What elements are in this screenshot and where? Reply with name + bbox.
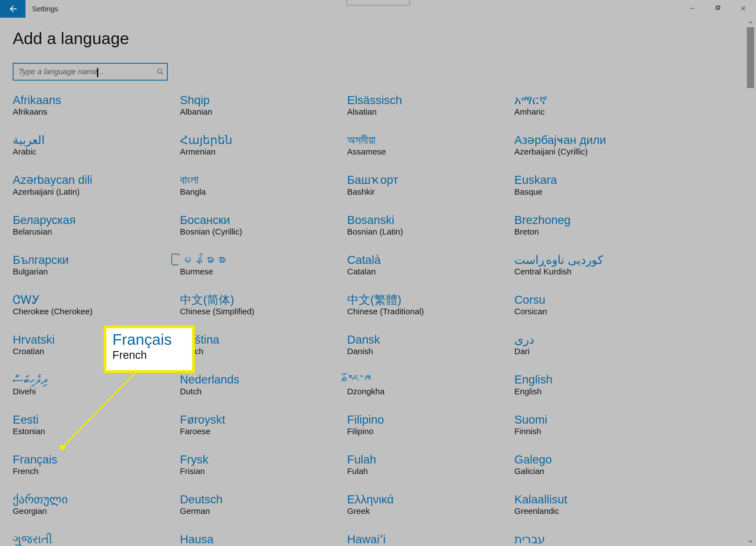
minimize-button[interactable] [680,0,705,17]
language-native-name: ދިވެހިބަސް [13,373,179,386]
language-english-name: English [514,387,680,396]
language-native-name: Hawaiʻi [347,533,513,546]
language-native-name: Français [13,453,179,466]
language-native-name: Shqip [180,94,346,107]
language-english-name: Cherokee (Cherokee) [13,307,179,316]
language-item[interactable]: EestiEstonian [13,413,179,436]
language-english-name: Danish [347,347,513,356]
language-item[interactable]: རྫོང་ཁDzongkha [347,373,513,396]
language-native-name: Elsässisch [347,94,513,107]
scroll-up-button[interactable] [746,18,755,27]
language-item[interactable]: ދިވެހިބަސްDivehi [13,373,179,396]
language-item[interactable]: CatalàCatalan [347,254,513,276]
language-item[interactable]: БашҡортBashkir [347,174,513,196]
language-item[interactable]: Азәрбајҹан дилиAzerbaijani (Cyrillic) [514,134,680,156]
language-search-input[interactable] [13,63,168,81]
language-item[interactable]: 中文(繁體)Chinese (Traditional) [347,293,513,316]
language-english-name: Frisian [180,467,346,476]
close-button[interactable] [731,0,756,17]
language-item[interactable]: ČeštinaCzech [180,333,346,356]
language-item[interactable]: עבריתHebrew [514,533,680,546]
language-item[interactable]: FøroysktFaroese [180,413,346,436]
language-item[interactable]: FrançaisFrench [13,453,179,476]
page-title: Add a language [13,29,743,48]
language-item[interactable]: ElsässischAlsatian [347,94,513,117]
language-item[interactable]: HausaHausa (Latin) [180,533,346,546]
language-native-name: Fulah [347,453,513,466]
language-item[interactable]: অসমীয়াAssamese [347,134,513,156]
language-item[interactable]: DeutschGerman [180,493,346,516]
language-item[interactable]: FulahFulah [347,453,513,476]
language-english-name: Estonian [13,427,179,436]
language-english-name: Corsican [514,307,680,316]
language-item[interactable]: বাংলাBangla [180,174,346,196]
language-native-name: Galego [514,453,680,466]
language-native-name: မြန်မာစာ [180,254,346,266]
chevron-up-icon [749,20,752,24]
scrollbar-thumb[interactable] [747,27,754,88]
language-native-name: অসমীয়া [347,134,513,146]
language-item[interactable]: EuskaraBasque [514,174,680,196]
language-item[interactable]: BosanskiBosnian (Latin) [347,214,513,236]
language-english-name: Finnish [514,427,680,436]
maximize-button[interactable] [705,0,731,17]
language-english-name: Catalan [347,267,513,276]
back-button[interactable] [0,0,25,18]
language-item[interactable]: AfrikaansAfrikaans [13,94,179,117]
language-native-name: Eesti [13,413,179,426]
language-item[interactable]: 中文(简体)Chinese (Simplified) [180,293,346,316]
language-item[interactable]: العربيةArabic [13,134,179,156]
language-item[interactable]: Azərbaycan diliAzerbaijani (Latin) [13,174,179,196]
language-item[interactable]: ქართულიGeorgian [13,493,179,516]
language-english-name: Burmese [180,267,346,276]
language-native-name: Босански [180,214,346,226]
language-item[interactable]: ᏣᎳᎩCherokee (Cherokee) [13,293,179,316]
language-native-name: རྫོང་ཁ [347,373,513,386]
language-item[interactable]: HawaiʻiHawaiian [347,533,513,546]
language-item[interactable]: FilipinoFilipino [347,413,513,436]
language-item[interactable]: БеларускаяBelarusian [13,214,179,236]
vertical-scrollbar[interactable] [746,18,755,546]
language-item[interactable]: БосанскиBosnian (Cyrillic) [180,214,346,236]
language-item[interactable]: ՀայերենArmenian [180,134,346,156]
callout-highlight: Français French [104,325,195,373]
language-native-name: العربية [13,134,179,146]
language-english-name: Albanian [180,107,346,117]
language-native-name: Català [347,254,513,266]
language-native-name: Corsu [514,293,680,306]
language-item[interactable]: CorsuCorsican [514,293,680,316]
language-item[interactable]: BrezhonegBreton [514,214,680,236]
language-item[interactable]: አማርኛAmharic [514,94,680,117]
scroll-down-button[interactable] [746,537,755,546]
language-item[interactable]: درىDari [514,333,680,356]
language-native-name: درى [514,333,680,346]
language-native-name: 中文(简体) [180,293,346,306]
language-item[interactable]: ShqipAlbanian [180,94,346,117]
language-item[interactable]: GalegoGalician [514,453,680,476]
language-item[interactable]: KalaallisutGreenlandic [514,493,680,516]
language-item[interactable]: DanskDanish [347,333,513,356]
language-english-name: Assamese [347,147,513,156]
language-native-name: বাংলা [180,174,346,186]
language-item[interactable]: FryskFrisian [180,453,346,476]
language-native-name: Bosanski [347,214,513,226]
language-english-name: Central Kurdish [514,267,680,276]
language-item[interactable]: NederlandsDutch [180,373,346,396]
language-item[interactable]: EnglishEnglish [514,373,680,396]
language-english-name: Dari [514,347,680,356]
language-item[interactable]: БългарскиBulgarian [13,254,179,276]
language-item[interactable]: SuomiFinnish [514,413,680,436]
language-native-name: Čeština [180,333,346,346]
language-native-name: Deutsch [180,493,346,506]
language-item[interactable]: ΕλληνικάGreek [347,493,513,516]
search-icon [157,68,164,75]
language-item[interactable]: ગુજરાતીGujarati [13,533,179,546]
language-english-name: Greenlandic [514,506,680,516]
language-item[interactable]: မြန်မာစာBurmese [180,254,346,276]
language-item[interactable]: کوردیی ناوەڕاستCentral Kurdish [514,254,680,276]
language-native-name: Ελληνικά [347,493,513,506]
language-english-name: Bangla [180,187,346,197]
callout-english-name: French [112,349,186,361]
language-native-name: Frysk [180,453,346,466]
language-native-name: Հայերեն [180,134,346,146]
